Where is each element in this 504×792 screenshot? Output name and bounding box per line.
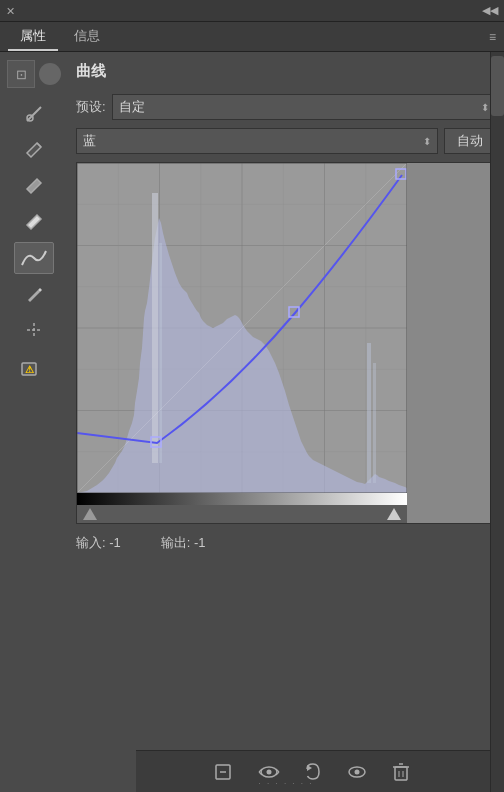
svg-line-0	[27, 107, 41, 121]
sliders-row[interactable]	[77, 505, 407, 523]
channel-select-arrow: ⬍	[423, 136, 431, 147]
visibility-toggle-button[interactable]	[343, 758, 371, 786]
title-bar: ✕ ◀◀	[0, 0, 504, 22]
pencil-tool[interactable]	[14, 278, 54, 310]
panel-title: 曲线	[76, 62, 106, 81]
panel-menu-icon[interactable]: ≡	[489, 30, 496, 44]
main-panel: ⊡	[0, 52, 504, 792]
panel-header: 曲线	[68, 52, 504, 90]
svg-rect-23	[152, 193, 158, 463]
svg-marker-36	[307, 765, 312, 771]
scrollbar[interactable]	[490, 52, 504, 792]
curves-container[interactable]	[76, 162, 496, 524]
input-gradient-bar	[77, 493, 407, 505]
svg-point-38	[355, 769, 360, 774]
tab-properties[interactable]: 属性	[8, 23, 58, 51]
eyedropper-light-tool[interactable]	[14, 206, 54, 238]
auto-button[interactable]: 自动	[444, 128, 496, 154]
scrollbar-thumb[interactable]	[491, 56, 504, 116]
svg-rect-39	[395, 767, 407, 780]
preset-select-arrow: ⬍	[481, 102, 489, 113]
output-value: 输出: -1	[161, 534, 206, 552]
eyedropper-mid-tool[interactable]	[14, 170, 54, 202]
collapse-icon[interactable]: ◀◀	[482, 4, 498, 17]
shadow-slider[interactable]	[83, 508, 97, 520]
eyedropper-dark-tool[interactable]	[14, 134, 54, 166]
preset-label: 预设:	[76, 98, 106, 116]
adjustment-layers-icon[interactable]: ⊡	[7, 60, 35, 88]
node-select-tool[interactable]	[14, 314, 54, 346]
preset-select[interactable]: 自定 ⬍	[112, 94, 496, 120]
svg-point-35	[267, 769, 272, 774]
preset-row: 预设: 自定 ⬍	[68, 90, 504, 124]
io-row: 输入: -1 输出: -1	[68, 528, 504, 558]
curves-smooth-tool[interactable]	[14, 242, 54, 274]
channel-select[interactable]: 蓝 ⬍	[76, 128, 438, 154]
delete-button[interactable]	[387, 758, 415, 786]
resize-grip: · · · · · · ·	[259, 779, 314, 788]
svg-rect-24	[159, 243, 162, 463]
warning-icon[interactable]: ⚠	[14, 350, 54, 382]
channel-row: 蓝 ⬍ 自动	[68, 124, 504, 158]
tab-info[interactable]: 信息	[62, 23, 112, 51]
svg-rect-26	[373, 363, 376, 483]
eyedropper-add-tool[interactable]	[14, 98, 54, 130]
curves-icon-circle	[39, 63, 61, 85]
toolbar: ⊡	[0, 52, 68, 792]
svg-rect-25	[367, 343, 371, 483]
close-icon[interactable]: ✕	[6, 5, 18, 17]
highlight-slider[interactable]	[387, 508, 401, 520]
input-value: 输入: -1	[76, 534, 121, 552]
reset-adjustments-button[interactable]	[211, 758, 239, 786]
curves-canvas[interactable]	[77, 163, 407, 493]
tab-bar: 属性 信息 ≡	[0, 22, 504, 52]
svg-text:⚠: ⚠	[25, 364, 34, 375]
